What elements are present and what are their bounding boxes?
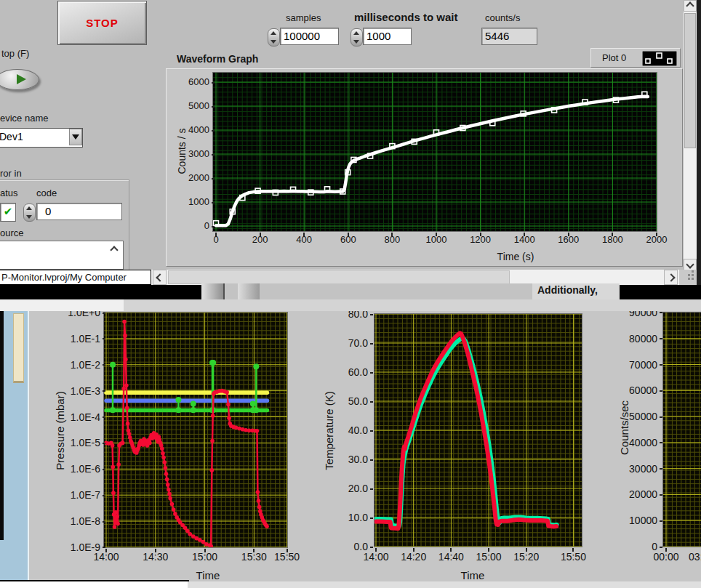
dropdown-arrow-button[interactable] [69, 129, 82, 145]
tick-label [391, 233, 393, 236]
resize-grip[interactable] [679, 270, 697, 285]
ms-wait-spinner[interactable] [350, 28, 363, 47]
window-edge [697, 0, 701, 285]
tick-label [660, 468, 662, 470]
tick-label: 14:00 [357, 551, 395, 563]
tick-label: 15:20 [508, 551, 545, 563]
tick-label [526, 548, 527, 552]
tick-label [287, 549, 288, 552]
tick-label: 14:40 [432, 551, 470, 563]
tick-label [660, 338, 662, 339]
tick-label: 15:50 [268, 551, 306, 563]
samples-label: samples [286, 12, 321, 23]
tick-label [660, 416, 662, 418]
tick-label [212, 226, 215, 227]
tick-label [103, 521, 105, 523]
tick-label [568, 233, 569, 236]
scroll-up-icon[interactable] [110, 246, 118, 254]
tick-label [260, 233, 261, 236]
project-path-text: P-Monitor.lvproj/My Computer [1, 272, 127, 283]
vertical-scrollbar[interactable] [684, 0, 697, 270]
tick-label: 15:00 [186, 551, 224, 563]
tick-label: 15:50 [554, 551, 592, 563]
tick-label [660, 547, 662, 548]
panel-top-strip [124, 299, 701, 311]
chevron-down-icon [72, 134, 79, 140]
plot-legend[interactable]: Plot 0 [590, 48, 681, 68]
tick-label: 1.0E-7 [55, 489, 100, 501]
check-icon: ✔ [4, 205, 13, 217]
status-label: atus [0, 188, 18, 198]
tick-label [204, 549, 206, 552]
tick-label: 20000 [612, 488, 657, 500]
background-scrollbar-thumb [13, 313, 24, 383]
counts-per-s-label: counts/s [485, 12, 520, 23]
screen: STOP top (F) evice name Dev1 ror in atus… [0, 0, 701, 588]
monitor-panel: 1.0E+01.0E-11.0E-21.0E-31.0E-41.0E-51.0E… [0, 299, 701, 588]
tick-label: 1.0E-8 [55, 515, 100, 527]
grip-dots-icon [688, 274, 690, 276]
tick-label [103, 313, 105, 314]
tick-label [212, 106, 215, 108]
code-field[interactable]: 0 [36, 203, 122, 220]
source-textarea[interactable] [0, 241, 124, 270]
tick-label [212, 154, 215, 156]
background-fragment [201, 283, 225, 299]
plot-style-icon[interactable] [642, 51, 677, 66]
labview-front-panel: STOP top (F) evice name Dev1 ror in atus… [0, 0, 697, 285]
horizontal-scrollbar-thumb[interactable] [168, 270, 510, 284]
tick-label [105, 549, 107, 552]
tick-label [413, 548, 414, 552]
x-axis-label: Time (s) [472, 251, 559, 262]
scroll-right-button[interactable] [664, 270, 678, 285]
chevron-left-icon [156, 273, 164, 281]
status-checkbox[interactable]: ✔ [0, 203, 16, 222]
code-label: code [36, 188, 57, 198]
tick-label [103, 390, 105, 392]
tick-label [660, 364, 662, 366]
tick-label: 15:00 [470, 551, 508, 563]
tick-label: 03:00 [683, 551, 701, 563]
tick-label [665, 548, 667, 552]
tick-label [348, 233, 349, 236]
tick-label [370, 314, 373, 315]
scroll-left-button[interactable] [153, 270, 167, 285]
stop-button[interactable]: STOP [57, 1, 147, 45]
tick-label [370, 459, 373, 461]
bottom-status-box [0, 580, 189, 588]
tick-label [370, 343, 373, 345]
tick-label [572, 548, 574, 552]
tick-label [370, 517, 373, 519]
samples-spinner[interactable] [268, 28, 280, 47]
tick-label [103, 443, 105, 444]
tick-label [253, 549, 255, 552]
tick-label [660, 520, 662, 522]
tick-label [212, 202, 215, 204]
error-in-label: ror in [0, 168, 22, 179]
y-axis-label: Counts/sec [618, 374, 630, 483]
background-text-block: Additionally, [532, 283, 620, 299]
tick-label: 70000 [612, 359, 657, 371]
ms-wait-field[interactable]: 1000 [363, 28, 412, 45]
waveform-graph-title: Waveform Graph [177, 53, 258, 65]
tick-label [103, 364, 105, 366]
device-name-dropdown[interactable]: Dev1 [0, 128, 83, 148]
code-spinner[interactable] [23, 204, 36, 222]
pressure-graph-plot-area: 1.0E+01.0E-11.0E-21.0E-31.0E-41.0E-51.0E… [104, 313, 287, 547]
tick-label [660, 442, 662, 443]
y-axis-label: Counts / s [176, 97, 188, 206]
tick-label [660, 390, 662, 392]
countsec-graph-plot-area: 0100002000030000400005000060000700008000… [663, 313, 701, 547]
temperature-graph-plot-area: 0.010.020.030.040.050.060.070.080.014:00… [374, 314, 582, 547]
tick-label [660, 494, 662, 496]
y-axis-label: Temperature (K) [323, 376, 335, 486]
x-axis-label: Time [429, 569, 516, 581]
stop-toggle-switch[interactable] [0, 69, 39, 90]
scroll-down-button[interactable] [684, 259, 697, 270]
scroll-up-button[interactable] [684, 0, 697, 12]
tick-label [612, 233, 613, 236]
bottom-strip [188, 581, 701, 588]
vertical-scrollbar-thumb[interactable] [684, 13, 696, 148]
samples-field[interactable]: 100000 [280, 28, 339, 45]
tick-label: 10.0 [323, 512, 368, 523]
